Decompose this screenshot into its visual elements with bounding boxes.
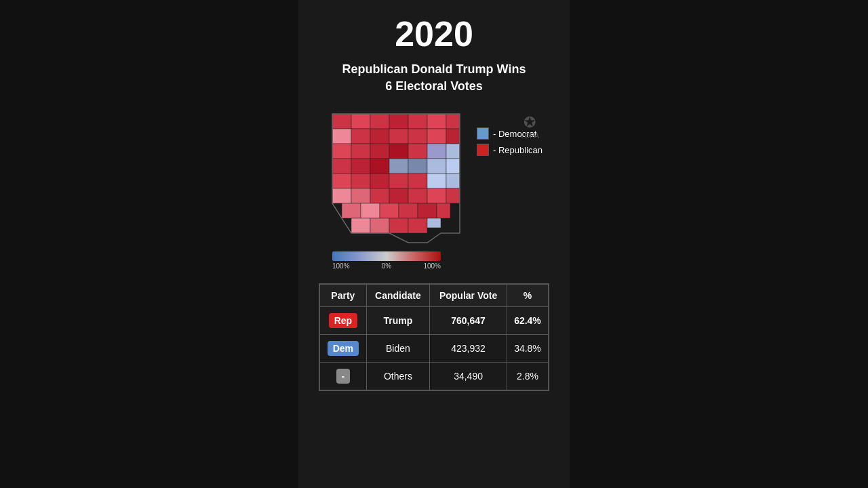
republican-legend-item: - Republican — [477, 144, 542, 156]
svg-rect-12 — [427, 129, 446, 144]
svg-rect-29 — [351, 174, 370, 188]
svg-rect-15 — [351, 144, 370, 159]
table-row: RepTrump760,64762.4% — [320, 307, 549, 335]
svg-rect-45 — [399, 203, 418, 218]
gradient-center-label: 0% — [382, 262, 391, 270]
results-table: Party Candidate Popular Vote % RepTrump7… — [319, 284, 549, 390]
party-cell: Rep — [320, 307, 367, 335]
party-cell: Dem — [320, 335, 367, 363]
right-panel — [570, 0, 868, 488]
svg-rect-51 — [408, 218, 427, 233]
svg-rect-10 — [389, 129, 408, 144]
svg-rect-44 — [380, 203, 399, 218]
svg-rect-31 — [389, 174, 408, 188]
gradient-left-label: 100% — [332, 262, 350, 270]
map-container: - Democrat - Republican 100% 0% 100% ✪ T… — [326, 107, 542, 270]
svg-rect-20 — [446, 144, 460, 159]
svg-rect-5 — [427, 114, 446, 129]
percent-header: % — [507, 285, 548, 307]
svg-rect-6 — [446, 114, 460, 129]
svg-rect-43 — [361, 203, 380, 218]
svg-rect-8 — [351, 129, 370, 144]
republican-color-box — [477, 144, 489, 156]
percent-cell: 62.4% — [507, 307, 548, 335]
popular-vote-header: Popular Vote — [430, 285, 507, 307]
svg-rect-38 — [389, 188, 408, 203]
gradient-right-label: 100% — [423, 262, 441, 270]
svg-rect-34 — [446, 174, 460, 188]
year-title: 2020 — [395, 14, 473, 54]
svg-rect-14 — [332, 144, 351, 159]
svg-rect-49 — [370, 218, 389, 233]
percent-cell: 34.8% — [507, 335, 548, 363]
svg-rect-27 — [446, 159, 460, 174]
popular-vote-cell: 760,647 — [430, 307, 507, 335]
svg-rect-47 — [437, 203, 450, 218]
republican-legend-label: - Republican — [493, 145, 542, 155]
party-cell: - — [320, 363, 367, 390]
main-content: 2020 Republican Donald Trump Wins 6 Elec… — [298, 0, 570, 488]
svg-rect-48 — [351, 218, 370, 233]
svg-rect-42 — [342, 203, 361, 218]
party-header: Party — [320, 285, 367, 307]
svg-rect-46 — [418, 203, 437, 218]
svg-rect-39 — [408, 188, 427, 203]
svg-rect-52 — [427, 218, 441, 228]
svg-rect-9 — [370, 129, 389, 144]
candidate-cell: Others — [366, 363, 429, 390]
svg-rect-25 — [408, 159, 427, 174]
watermark: ✪ TCPA — [519, 114, 539, 140]
table-header-row: Party Candidate Popular Vote % — [320, 285, 549, 307]
svg-rect-36 — [351, 188, 370, 203]
gradient-labels: 100% 0% 100% — [332, 262, 441, 270]
svg-rect-24 — [389, 159, 408, 174]
table-row: -Others34,4902.8% — [320, 363, 549, 390]
svg-rect-21 — [332, 159, 351, 174]
svg-rect-30 — [370, 174, 389, 188]
svg-rect-23 — [370, 159, 389, 174]
svg-rect-33 — [427, 174, 446, 188]
svg-rect-4 — [408, 114, 427, 129]
svg-rect-35 — [332, 188, 351, 203]
candidate-cell: Biden — [366, 335, 429, 363]
svg-rect-2 — [370, 114, 389, 129]
gradient-bar — [332, 251, 441, 261]
left-panel — [0, 0, 298, 488]
svg-rect-3 — [389, 114, 408, 129]
svg-rect-19 — [427, 144, 446, 159]
svg-rect-7 — [332, 129, 351, 144]
svg-rect-32 — [408, 174, 427, 188]
svg-rect-18 — [408, 144, 427, 159]
svg-rect-17 — [389, 144, 408, 159]
percent-cell: 2.8% — [507, 363, 548, 390]
popular-vote-cell: 423,932 — [430, 335, 507, 363]
svg-rect-16 — [370, 144, 389, 159]
gradient-legend: 100% 0% 100% — [332, 251, 542, 270]
svg-rect-40 — [427, 188, 446, 203]
svg-rect-37 — [370, 188, 389, 203]
candidate-header: Candidate — [366, 285, 429, 307]
svg-rect-0 — [332, 114, 351, 129]
svg-rect-50 — [389, 218, 408, 233]
table-row: DemBiden423,93234.8% — [320, 335, 549, 363]
svg-rect-1 — [351, 114, 370, 129]
svg-rect-22 — [351, 159, 370, 174]
svg-rect-28 — [332, 174, 351, 188]
results-table-container: Party Candidate Popular Vote % RepTrump7… — [319, 283, 549, 391]
svg-rect-26 — [427, 159, 446, 174]
watermark-star-icon: ✪ — [524, 114, 536, 131]
election-subtitle: Republican Donald Trump Wins 6 Electoral… — [342, 61, 526, 95]
candidate-cell: Trump — [366, 307, 429, 335]
svg-rect-11 — [408, 129, 427, 144]
popular-vote-cell: 34,490 — [430, 363, 507, 390]
svg-rect-41 — [446, 188, 460, 203]
state-map — [326, 107, 488, 256]
watermark-text: TCPA — [519, 131, 539, 140]
svg-rect-13 — [446, 129, 460, 144]
democrat-color-box — [477, 127, 489, 140]
